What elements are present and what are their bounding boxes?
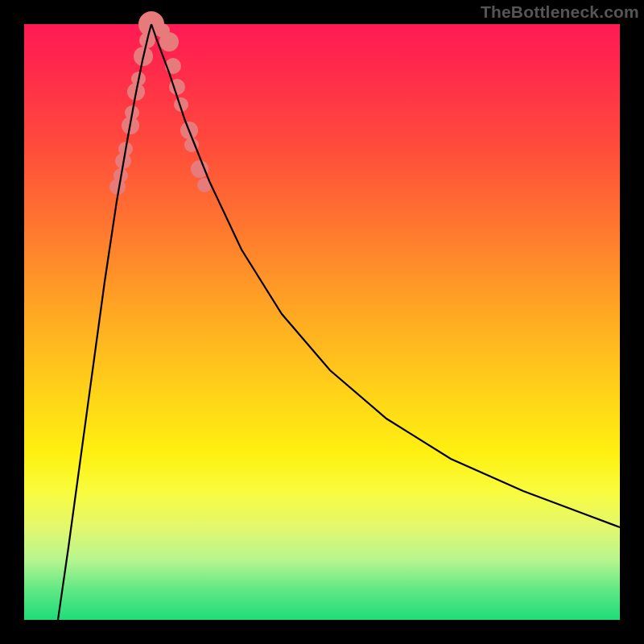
right-curve <box>151 24 620 527</box>
curves-svg <box>24 24 620 620</box>
data-marker <box>159 32 179 52</box>
chart-frame: TheBottleneck.com <box>0 0 644 644</box>
marker-layer <box>109 11 212 195</box>
plot-area <box>24 24 620 620</box>
watermark-text: TheBottleneck.com <box>481 2 639 22</box>
data-marker <box>191 160 208 178</box>
